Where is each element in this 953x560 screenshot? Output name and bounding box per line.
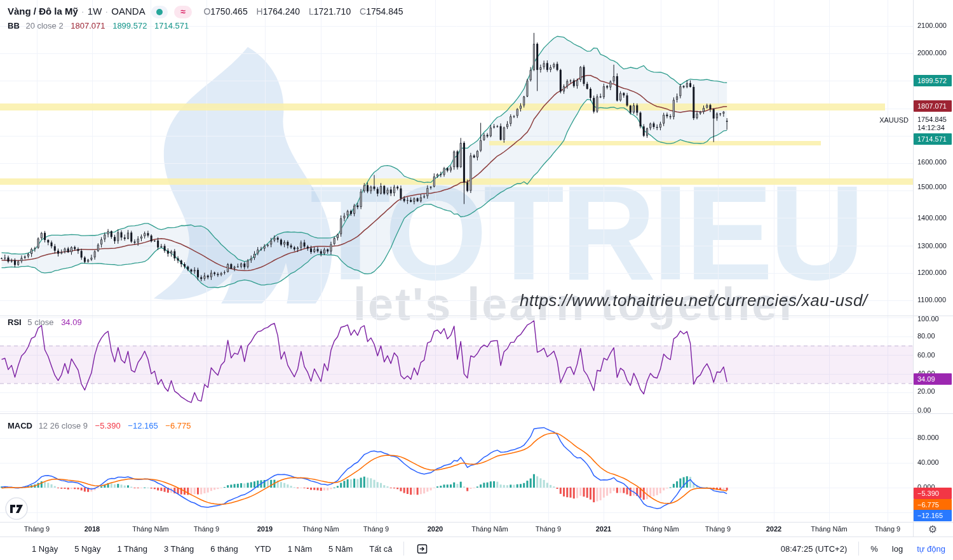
time-axis-tick: Tháng 9 [689,525,747,533]
toolbar-divider [858,542,859,556]
macd-signal-value: −6.775 [165,421,191,430]
range-button[interactable]: 5 Năm [328,544,353,554]
time-axis-tick: 2020 [407,525,464,533]
high-key: H [257,6,263,17]
market-status-dot-icon [156,9,163,15]
time-axis-tick: 2021 [575,525,632,533]
rsi-params: 5 close [27,317,53,327]
time-axis-tick: Tháng Năm [122,525,179,533]
range-button[interactable]: 1 Tháng [117,544,147,554]
time-axis-tick: Tháng Năm [461,525,518,533]
bb-indicator-legend[interactable]: BB 20 close 2 1807.071 1899.572 1714.571 [8,21,189,30]
price-level-badge: 1899.572 [914,75,952,86]
rsi-axis-label: 0.00 [917,406,931,414]
current-price-readout: 1754.845 14:12:34 [917,116,947,132]
macd-name[interactable]: MACD [8,421,32,430]
log-scale-button[interactable]: log [892,544,903,554]
approx-data-pill[interactable]: ≈ [174,6,192,18]
trading-chart-app: TOTRIEU let's learn together https://www… [0,0,953,560]
range-button[interactable]: 1 Năm [288,544,312,554]
price-axis-label: 1500.000 [917,183,947,190]
price-axis-label: 1400.000 [917,214,947,222]
range-button[interactable]: Tất cả [369,544,392,554]
ohlc-readout: O1750.465 H1764.240 L1721.710 C1754.845 [203,6,403,17]
price-axis-label: 1200.000 [917,269,947,276]
rsi-axis-label: 100.00 [917,315,939,323]
tradingview-logo[interactable] [4,497,29,523]
close-key: C [360,6,366,17]
rsi-name[interactable]: RSI [8,317,22,327]
date-range-buttons: 1 Ngày5 Ngày1 Tháng3 Tháng6 thángYTD1 Nă… [32,544,392,554]
time-axis-tick: 2018 [64,525,121,533]
bb-name[interactable]: BB [8,21,20,30]
price-axis-label: 1300.000 [917,242,947,250]
price-axis-label: 2100.000 [917,22,947,29]
open-key: O [203,6,210,17]
time-axis-tick: Tháng Năm [632,525,689,533]
price-axis-label: 1600.000 [917,158,947,166]
clock-label[interactable]: 08:47:25 (UTC+2) [781,544,847,554]
time-axis-tick: Tháng 9 [520,525,577,533]
bb-basis-value: 1807.071 [71,21,105,30]
bb-upper-value: 1899.572 [112,21,147,30]
bb-lower-value: 1714.571 [154,21,189,30]
macd-params: 12 26 close 9 [39,421,88,430]
price-level-badge: 1807.071 [914,100,952,112]
range-button[interactable]: 1 Ngày [32,544,58,554]
time-axis-tick: 2022 [745,525,802,533]
range-button[interactable]: 3 Tháng [164,544,194,554]
percent-scale-button[interactable]: % [870,544,878,554]
price-axis-label: 2000.000 [917,49,947,57]
bb-params: 20 close 2 [25,21,63,30]
time-axis-tick: Tháng Năm [292,525,349,533]
rsi-axis-label: 60.00 [917,351,935,359]
macd-hist-value: −5.390 [95,421,121,430]
exchange-label[interactable]: OANDA [111,6,145,17]
time-axis-tick: Tháng 9 [859,525,916,533]
chart-plot-area[interactable] [0,0,913,522]
macd-axis-label: 80.000 [917,434,939,441]
high-value: 1764.240 [263,6,300,17]
rsi-axis-label: 80.00 [917,332,935,340]
time-axis-tick: Tháng 9 [178,525,235,533]
range-button[interactable]: 6 tháng [210,544,238,554]
range-button[interactable]: 5 Ngày [74,544,100,554]
close-value: 1754.845 [366,6,403,17]
time-axis-tick: Tháng Năm [801,525,858,533]
symbol-title[interactable]: Vàng / Đô la Mỹ [8,6,78,17]
macd-line-value: −12.165 [128,421,158,430]
time-axis-tick: Tháng 9 [348,525,405,533]
url-watermark: https://www.tohaitrieu.net/currencies/xa… [520,291,868,310]
bottom-toolbar: 1 Ngày5 Ngày1 Tháng3 Tháng6 thángYTD1 Nă… [0,537,953,560]
time-axis-tick: 2019 [236,525,294,533]
time-axis[interactable]: Tháng 92018Tháng NămTháng 92019Tháng Năm… [0,523,913,537]
toolbar-right-cluster: 08:47:25 (UTC+2) % log tự động [781,542,945,556]
auto-scale-button[interactable]: tự động [917,544,945,554]
price-level-badge: 1714.571 [914,133,952,145]
market-status-pill[interactable] [151,6,168,18]
current-symbol-label: XAUUSD [879,116,909,124]
countdown-timer: 14:12:34 [917,124,947,132]
go-to-date-icon [416,542,429,556]
rsi-axis-label: 20.00 [917,387,935,395]
macd-value-badge: −6.775 [914,499,952,510]
rsi-indicator-legend[interactable]: RSI 5 close 34.09 [8,317,82,327]
macd-indicator-legend[interactable]: MACD 12 26 close 9 −5.390 −12.165 −6.775 [8,421,191,430]
go-to-date-button[interactable] [416,542,429,556]
range-button[interactable]: YTD [255,544,271,554]
symbol-legend[interactable]: Vàng / Đô la Mỹ·1W·OANDA ≈ O1750.465 H17… [8,6,403,18]
low-value: 1721.710 [314,6,351,17]
rsi-value-badge: 34.09 [914,373,952,385]
axis-settings-gear-icon[interactable]: ⚙ [925,523,940,535]
open-value: 1750.465 [210,6,247,17]
time-axis-tick: Tháng 9 [8,525,65,533]
panel-separator-rsi[interactable] [0,316,953,316]
rsi-value: 34.09 [61,317,82,327]
macd-value-badge: −12.165 [914,510,952,521]
macd-value-badge: −5.390 [914,488,952,499]
price-axis-label: 1100.000 [917,296,946,303]
interval-label[interactable]: 1W [88,6,102,17]
low-key: L [309,6,314,17]
current-price-value: 1754.845 [917,116,947,124]
panel-separator-macd[interactable] [0,413,953,414]
